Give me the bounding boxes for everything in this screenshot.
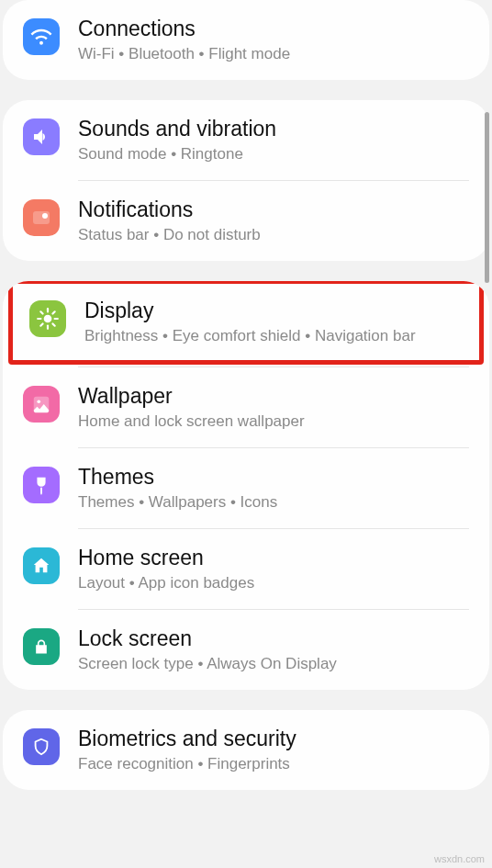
item-subtitle: Screen lock type • Always On Display	[78, 655, 337, 673]
item-subtitle: Face recognition • Fingerprints	[78, 755, 296, 773]
settings-item-themes[interactable]: ThemesThemes • Wallpapers • Icons	[3, 448, 489, 528]
item-subtitle: Home and lock screen wallpaper	[78, 412, 305, 431]
item-subtitle: Status bar • Do not disturb	[78, 226, 261, 244]
item-title: Connections	[78, 17, 290, 41]
item-subtitle: Sound mode • Ringtone	[78, 145, 276, 163]
svg-line-8	[40, 311, 42, 313]
svg-line-11	[52, 311, 54, 313]
item-title: Sounds and vibration	[78, 117, 276, 141]
settings-group: ConnectionsWi-Fi • Bluetooth • Flight mo…	[3, 0, 489, 80]
item-title: Biometrics and security	[78, 727, 296, 751]
settings-item-sounds[interactable]: Sounds and vibrationSound mode • Rington…	[3, 100, 489, 180]
item-title: Display	[84, 299, 416, 323]
settings-group: DisplayBrightness • Eye comfort shield •…	[3, 281, 489, 690]
settings-item-lockscreen[interactable]: Lock screenScreen lock type • Always On …	[3, 610, 489, 690]
settings-item-homescreen[interactable]: Home screenLayout • App icon badges	[3, 529, 489, 609]
svg-line-9	[52, 323, 54, 325]
item-title: Notifications	[78, 197, 261, 222]
svg-line-10	[40, 323, 42, 325]
notif-icon	[23, 199, 60, 236]
svg-rect-1	[33, 211, 50, 224]
home-icon	[23, 547, 60, 584]
shield-icon	[23, 728, 60, 765]
settings-item-biometrics[interactable]: Biometrics and securityFace recognition …	[3, 710, 489, 790]
item-subtitle: Themes • Wallpapers • Icons	[78, 493, 277, 512]
item-title: Wallpaper	[78, 384, 305, 409]
highlight-display: DisplayBrightness • Eye comfort shield •…	[8, 281, 484, 365]
item-subtitle: Wi-Fi • Bluetooth • Flight mode	[78, 45, 290, 63]
svg-point-2	[42, 213, 48, 219]
lock-icon	[23, 628, 60, 665]
svg-point-13	[37, 400, 40, 403]
picture-icon	[23, 386, 60, 423]
item-title: Home screen	[78, 546, 254, 570]
speaker-icon	[23, 118, 60, 155]
settings-group: Sounds and vibrationSound mode • Rington…	[3, 100, 489, 261]
wifi-icon	[23, 18, 60, 55]
settings-item-connections[interactable]: ConnectionsWi-Fi • Bluetooth • Flight mo…	[3, 0, 489, 80]
item-subtitle: Brightness • Eye comfort shield • Naviga…	[84, 327, 416, 345]
watermark: wsxdn.com	[434, 853, 485, 864]
settings-item-notifications[interactable]: NotificationsStatus bar • Do not disturb	[3, 181, 489, 261]
scrollbar[interactable]	[485, 112, 489, 283]
settings-item-display[interactable]: DisplayBrightness • Eye comfort shield •…	[13, 284, 479, 360]
sun-icon	[29, 300, 66, 337]
item-title: Themes	[78, 465, 277, 490]
settings-group: Biometrics and securityFace recognition …	[3, 710, 489, 790]
brush-icon	[23, 467, 60, 503]
settings-item-wallpaper[interactable]: WallpaperHome and lock screen wallpaper	[3, 367, 489, 447]
item-title: Lock screen	[78, 626, 337, 651]
svg-point-3	[44, 315, 52, 323]
item-subtitle: Layout • App icon badges	[78, 574, 254, 592]
